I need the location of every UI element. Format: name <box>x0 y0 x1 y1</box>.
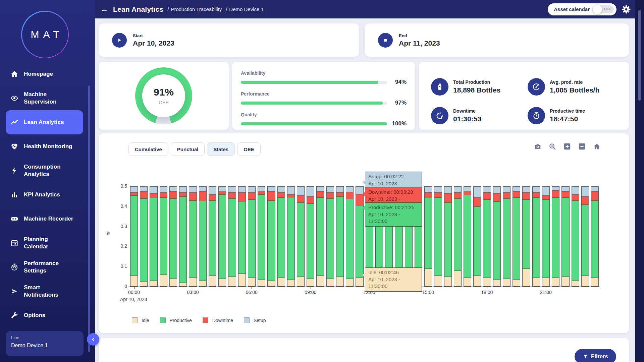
bar-segment-downtime[interactable] <box>581 196 589 204</box>
bar-segment-productive[interactable] <box>356 206 363 278</box>
gear-icon[interactable] <box>622 5 631 14</box>
bar-segment-idle[interactable] <box>169 279 177 287</box>
stacked-bar[interactable] <box>297 186 305 287</box>
bar-segment-idle[interactable] <box>189 278 197 287</box>
bar-segment-idle[interactable] <box>209 276 216 287</box>
stacked-bar[interactable] <box>572 186 579 287</box>
bar-segment-productive[interactable] <box>346 199 354 279</box>
stacked-bar[interactable] <box>316 186 324 287</box>
bar-segment-productive[interactable] <box>297 202 305 277</box>
bar-segment-setup[interactable] <box>316 186 324 191</box>
bar-segment-downtime[interactable] <box>542 195 550 199</box>
bar-segment-productive[interactable] <box>542 199 550 278</box>
bar-segment-downtime[interactable] <box>434 192 442 197</box>
bar-segment-setup[interactable] <box>444 186 452 193</box>
bar-segment-setup[interactable] <box>473 186 481 197</box>
bar-segment-downtime[interactable] <box>130 192 138 195</box>
bar-segment-productive[interactable] <box>552 197 559 278</box>
stacked-bar[interactable] <box>336 186 344 287</box>
bar-segment-productive[interactable] <box>591 200 599 278</box>
bar-segment-downtime[interactable] <box>552 190 559 197</box>
bar-segment-setup[interactable] <box>503 186 511 192</box>
stacked-bar[interactable] <box>522 186 530 287</box>
bar-segment-productive[interactable] <box>444 202 452 277</box>
bar-segment-idle[interactable] <box>307 279 314 287</box>
bar-segment-idle[interactable] <box>179 283 187 287</box>
zoom-out-icon[interactable] <box>578 143 586 150</box>
bar-segment-downtime[interactable] <box>169 191 177 198</box>
bar-segment-downtime[interactable] <box>209 194 216 200</box>
bar-segment-idle[interactable] <box>581 276 589 287</box>
bar-segment-idle[interactable] <box>130 276 138 287</box>
bar-segment-setup[interactable] <box>522 186 530 192</box>
bar-segment-idle[interactable] <box>258 280 265 287</box>
bar-segment-downtime[interactable] <box>473 197 481 206</box>
back-arrow-icon[interactable]: ← <box>100 4 108 14</box>
sidebar-item-lean-analytics[interactable]: Lean Analytics <box>6 110 83 134</box>
bar-segment-idle[interactable] <box>228 277 236 287</box>
reset-home-icon[interactable] <box>593 143 600 150</box>
bar-segment-productive[interactable] <box>316 197 324 276</box>
stacked-bar[interactable] <box>150 186 157 287</box>
bar-segment-productive[interactable] <box>464 195 471 278</box>
bar-segment-setup[interactable] <box>542 186 550 195</box>
bar-segment-productive[interactable] <box>424 198 432 268</box>
bar-segment-downtime[interactable] <box>444 193 452 202</box>
sidebar-collapse-button[interactable] <box>87 333 99 346</box>
bar-segment-downtime[interactable] <box>228 192 236 198</box>
bar-segment-idle[interactable] <box>356 278 363 287</box>
bar-segment-productive[interactable] <box>169 198 177 279</box>
stacked-bar[interactable] <box>454 186 462 287</box>
bar-segment-idle[interactable] <box>199 281 207 287</box>
filters-button[interactable]: Filters <box>575 349 616 362</box>
stacked-bar[interactable] <box>561 186 569 287</box>
bar-segment-setup[interactable] <box>454 186 462 192</box>
sidebar-item-kpi-analytics[interactable]: KPI Analytics <box>6 183 83 207</box>
bar-segment-downtime[interactable] <box>561 191 569 197</box>
bar-segment-idle[interactable] <box>160 275 167 287</box>
bar-segment-downtime[interactable] <box>424 192 432 198</box>
bar-segment-setup[interactable] <box>307 186 314 196</box>
bar-segment-downtime[interactable] <box>346 192 354 199</box>
bar-segment-downtime[interactable] <box>248 192 256 199</box>
stacked-bar[interactable] <box>473 186 481 287</box>
bar-segment-setup[interactable] <box>336 186 344 192</box>
line-selector[interactable]: Line Demo Device 1 <box>6 331 84 356</box>
bar-segment-productive[interactable] <box>473 206 481 276</box>
bar-segment-idle[interactable] <box>287 280 295 287</box>
bar-segment-idle[interactable] <box>346 279 354 287</box>
bar-segment-downtime[interactable] <box>513 191 520 197</box>
bar-segment-productive[interactable] <box>503 198 511 279</box>
bar-segment-downtime[interactable] <box>464 191 471 195</box>
bar-segment-idle[interactable] <box>493 280 501 287</box>
bar-segment-idle[interactable] <box>503 279 511 287</box>
bar-segment-downtime[interactable] <box>572 194 579 200</box>
bar-segment-setup[interactable] <box>346 186 354 192</box>
bar-segment-downtime[interactable] <box>140 191 148 198</box>
zoom-box-icon[interactable] <box>549 143 556 150</box>
bar-segment-setup[interactable] <box>552 186 559 190</box>
stacked-bar[interactable] <box>513 186 520 287</box>
breadcrumb-item[interactable]: Demo Device 1 <box>229 6 264 12</box>
stacked-bar[interactable] <box>169 186 177 287</box>
stacked-bar[interactable] <box>542 186 550 287</box>
bar-segment-productive[interactable] <box>140 198 148 282</box>
bar-segment-setup[interactable] <box>160 186 167 192</box>
stacked-bar[interactable] <box>591 186 599 287</box>
bar-segment-productive[interactable] <box>179 196 187 283</box>
bar-segment-idle[interactable] <box>532 278 540 287</box>
stacked-bar[interactable] <box>218 186 226 287</box>
bar-segment-productive[interactable] <box>150 198 157 281</box>
bar-segment-setup[interactable] <box>130 186 138 192</box>
bar-segment-productive[interactable] <box>130 195 138 276</box>
bar-segment-downtime[interactable] <box>591 191 599 200</box>
bar-segment-setup[interactable] <box>591 186 599 191</box>
sidebar-item-health-monitoring[interactable]: Health Monitoring <box>6 134 83 159</box>
stacked-bar[interactable] <box>199 186 207 287</box>
bar-segment-productive[interactable] <box>238 202 246 274</box>
bar-segment-idle[interactable] <box>522 268 530 287</box>
bar-segment-downtime[interactable] <box>522 192 530 199</box>
stacked-bar[interactable] <box>160 186 167 287</box>
bar-segment-idle[interactable] <box>267 281 275 287</box>
stacked-bar[interactable] <box>464 186 471 287</box>
